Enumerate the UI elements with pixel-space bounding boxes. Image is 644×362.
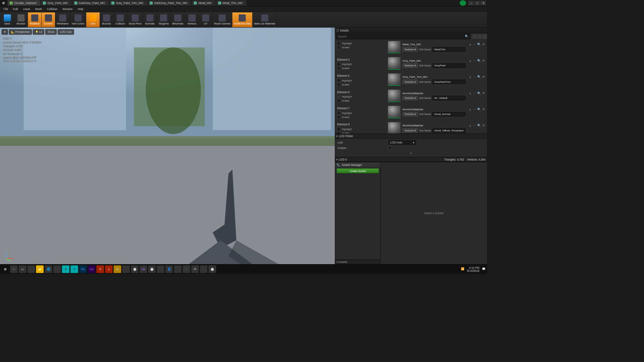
app-icon-1[interactable] [53,265,61,273]
isolate-checkbox[interactable] [337,99,340,103]
highlight-checkbox[interactable] [337,95,340,99]
socket-manager-header[interactable]: 🔧 Socket Manager [335,162,380,167]
textures-dropdown[interactable]: Textures ▾ [402,63,418,68]
epic-award-icon[interactable] [460,0,466,6]
reset-icon[interactable]: ↺ [482,108,485,111]
custom-checkbox[interactable] [388,146,392,149]
toolbar-realtime[interactable]: Realtime [28,12,42,27]
material-thumbnail[interactable] [388,122,400,134]
view-matrix-icon[interactable] [472,34,477,39]
reset-icon[interactable]: ↺ [482,43,485,46]
highlight-checkbox[interactable] [337,127,340,131]
material-thumbnail[interactable] [388,106,400,118]
isolate-checkbox[interactable] [337,67,340,70]
substance-icon-2[interactable]: s [105,265,113,273]
lod-dropdown[interactable]: LOD Auto▾ [388,140,416,145]
browse-icon[interactable]: 🔍 [477,75,481,78]
slot-name-input[interactable] [433,63,466,68]
tab-grey-paint-mic[interactable]: Grey_Paint_MIC [41,0,72,6]
textures-dropdown[interactable]: Textures ▾ [402,47,418,52]
marmoset-icon[interactable]: M [114,265,121,273]
3dsmax-icon[interactable]: 3 [62,265,70,273]
browse-icon[interactable]: 🔍 [477,43,481,46]
material-thumbnail[interactable] [388,57,400,70]
menu-help[interactable]: Help [75,7,86,11]
toolbar-collision[interactable]: Collision [113,12,127,27]
discord-icon[interactable] [174,265,182,273]
material-thumbnail[interactable] [388,41,400,54]
tab-grey-paint-trim-mic[interactable]: Grey_Paint_Trim_MIC [109,0,147,6]
toolbar-sockets[interactable]: Sockets [42,12,55,27]
toolbar-grid[interactable]: Grid [86,12,100,27]
tab-circular-antenna[interactable]: Circular_Antenna* [8,0,41,6]
viewport-show-button[interactable]: Show [45,29,57,35]
toolbar-binormals[interactable]: Binormals [171,12,185,27]
toolbar-wireframe[interactable]: Wireframe [55,12,70,27]
browse-icon[interactable]: 🔍 [477,108,481,111]
tab-darkgrey-paint-mic[interactable]: DarkGrey_Paint_MIC [72,0,109,6]
app-icon-2[interactable] [122,265,130,273]
toolbar-bake-out-materials[interactable]: Bake out Materials [253,12,277,27]
search-input[interactable] [338,35,465,38]
material-dropdown[interactable] [470,108,472,111]
details-header[interactable]: Details [335,27,487,33]
explorer-icon[interactable]: 📁 [36,265,44,273]
app-icon-6[interactable] [200,265,208,273]
isolate-checkbox[interactable] [337,115,340,119]
steam-icon[interactable]: ⟳ [191,265,199,273]
epic-launcher-icon[interactable] [28,265,35,273]
aftereffects-icon[interactable]: Ae [88,265,96,273]
reset-icon[interactable]: ↺ [482,92,485,95]
use-selected-icon[interactable]: ← [473,92,476,95]
clock[interactable]: 4:10 PM 5/14/2018 [467,266,479,272]
textures-dropdown[interactable]: Textures ▾ [402,96,418,100]
task-view-icon[interactable]: ▭ [19,265,26,273]
toolbar-vert-colors[interactable]: Vert Colors [70,12,86,27]
toolbar-save[interactable]: Save [1,12,14,27]
material-dropdown[interactable] [470,124,472,127]
menu-asset[interactable]: Asset [20,7,33,11]
slot-name-input[interactable] [433,47,466,52]
slot-name-input[interactable] [433,96,466,100]
toolbar-show-pivot[interactable]: Show Pivot [127,12,143,27]
substance-icon[interactable]: S [96,265,104,273]
view-eye-icon[interactable] [482,34,487,39]
toolbar-tangents[interactable]: Tangents [157,12,171,27]
tab-darkgrey-paint-trim-mic[interactable]: DarkGrey_Paint_Trim_MIC [148,0,191,6]
section-lod0[interactable]: ▸LOD 0 Triangles: 4,792 Vertices: 4,084 [335,157,487,162]
browse-icon[interactable]: 🔍 [477,92,481,95]
material-dropdown[interactable] [470,59,472,62]
browse-icon[interactable]: 🔍 [477,124,481,127]
obs-icon[interactable]: ⬤ [131,265,139,273]
unreal-icon[interactable]: ⬤ [209,265,216,273]
toolbar-vertices[interactable]: Vertices [185,12,199,27]
create-socket-button[interactable]: Create Socket [336,168,379,173]
photoshop-icon[interactable]: Ps [79,265,87,273]
use-selected-icon[interactable]: ← [473,59,476,62]
viewport-lod-button[interactable]: LOD Auto [57,29,74,35]
material-thumbnail[interactable] [388,89,400,102]
details-search[interactable]: 🔍 [336,34,470,40]
highlight-checkbox[interactable] [337,42,340,45]
isolate-checkbox[interactable] [337,46,340,49]
menu-collision[interactable]: Collision [44,7,60,11]
toolbar-reset-camera[interactable]: Reset Camera [213,12,232,27]
reset-icon[interactable]: ↺ [482,75,485,78]
toolbar-browse[interactable]: Browse [14,12,28,27]
start-button[interactable]: ⊞ [2,265,9,273]
expand-button[interactable]: ▾ [338,151,485,156]
toolbar-bounds[interactable]: Bounds [100,12,114,27]
system-tray[interactable]: 📶 4:10 PM 5/14/2018 💬 [461,266,485,272]
viewport-options-button[interactable] [2,29,8,35]
section-lod-picker[interactable]: ▸LOD Picker [335,134,487,139]
textures-dropdown[interactable]: Textures ▾ [402,128,418,133]
notifications-icon[interactable]: 💬 [482,267,486,271]
app-icon-3[interactable]: ⬤ [148,265,156,273]
toolbar-uv[interactable]: UV [199,12,213,27]
material-dropdown[interactable] [470,92,472,95]
material-thumbnail[interactable] [388,73,400,86]
viewport-lit-button[interactable]: 💡 Lit [33,29,45,35]
toolbar-normals[interactable]: Normals [143,12,157,27]
slot-name-input[interactable] [433,79,466,84]
spotify-icon[interactable]: ♪ [182,265,190,273]
